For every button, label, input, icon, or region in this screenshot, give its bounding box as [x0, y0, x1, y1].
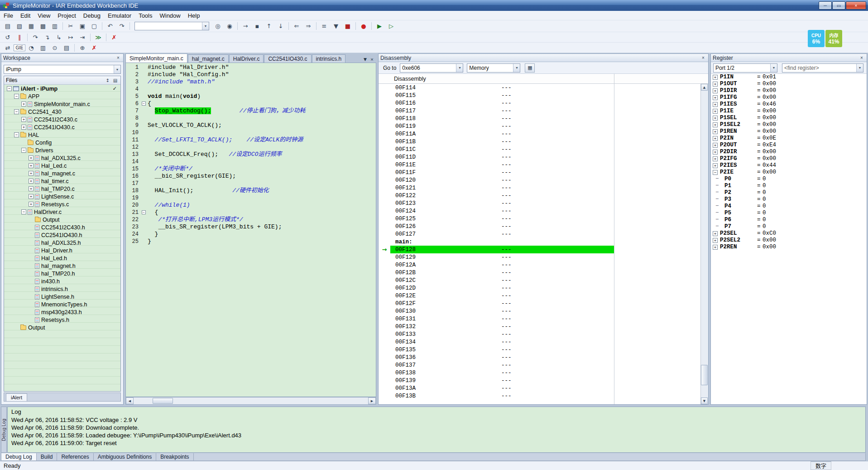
disassembly-row[interactable]: 00F13B--- [379, 392, 701, 400]
disassembly-row[interactable]: 00F127--- [379, 230, 701, 238]
close-icon[interactable]: × [700, 55, 706, 61]
register-row[interactable]: +P1SEL2=0x00 [711, 121, 867, 128]
disassembly-row[interactable]: 00F13A--- [379, 384, 701, 392]
maximize-button[interactable]: ▭ [832, 1, 845, 10]
files-columns-icon[interactable]: ▤ [112, 78, 119, 83]
register-row[interactable]: +P1SEL=0x00 [711, 115, 867, 121]
tree-item[interactable]: hal_ADXL325.h [4, 239, 120, 247]
tree-item[interactable]: Hal_Driver.h [4, 247, 120, 254]
tree-item[interactable]: CC2541I2C430.h [4, 223, 120, 231]
chevron-down-icon[interactable]: ▼ [202, 22, 209, 30]
expand-icon[interactable]: + [29, 155, 34, 160]
emulator-stop-button[interactable]: ✗ [89, 43, 100, 52]
register-row[interactable]: +P2IES=0x44 [711, 162, 867, 169]
menu-file[interactable]: File [0, 11, 17, 20]
register-row[interactable]: +P2OUT=0xE4 [711, 142, 867, 149]
disassembly-row[interactable]: 00F126--- [379, 223, 701, 230]
toggle-bookmark-button[interactable]: ▪ [252, 22, 263, 31]
code-editor[interactable]: 1#include "Hal_Driver.h"2#include "Hal_C… [125, 63, 376, 397]
tree-item[interactable]: +hal_TMP20.c [4, 185, 120, 193]
tree-item[interactable]: +CC2541I2C430.c [4, 116, 120, 123]
expand-icon[interactable]: + [713, 143, 718, 148]
cut-button[interactable]: ✂ [65, 22, 76, 31]
expand-icon[interactable]: + [713, 163, 718, 168]
copy-button[interactable]: ▣ [77, 22, 88, 31]
disassembly-row[interactable]: 00F116--- [379, 99, 701, 107]
tree-item[interactable]: −APP [4, 92, 120, 100]
disassembly-row[interactable]: 00F121--- [379, 184, 701, 192]
expand-icon[interactable]: + [29, 202, 34, 207]
step-into-button[interactable]: ↴ [42, 33, 53, 42]
redo-button[interactable]: ↷ [116, 22, 127, 31]
tree-item[interactable]: Output [4, 216, 120, 223]
tree-item[interactable]: −CC2541_430 [4, 108, 120, 116]
collapse-icon[interactable]: − [14, 109, 19, 114]
tree-item[interactable]: +Hal_Led.c [4, 162, 120, 170]
navigate-backward-button[interactable]: ⇐ [291, 22, 302, 31]
previous-bookmark-button[interactable]: ↑ [264, 22, 274, 31]
menu-debug[interactable]: Debug [80, 11, 104, 20]
tree-item[interactable]: CC2541IO430.h [4, 231, 120, 239]
expand-icon[interactable]: + [713, 75, 718, 80]
workspace-tab-ialert[interactable]: iAlert [6, 393, 27, 401]
scrollbar-thumb[interactable] [153, 398, 173, 404]
register-row[interactable]: −P7=0 [711, 223, 867, 230]
tree-item[interactable]: +hal_magnet.c [4, 170, 120, 177]
scroll-up-icon[interactable]: ▲ [701, 84, 708, 91]
expand-icon[interactable]: + [713, 129, 718, 134]
register-row[interactable]: −P0=0 [711, 176, 867, 183]
disassembly-row[interactable]: 00F133--- [379, 330, 701, 338]
tree-item[interactable]: +SimpleMonitor_main.c [4, 100, 120, 108]
editor-tab-simplemonitor_main.c[interactable]: SimpleMonitor_main.c [125, 53, 187, 63]
stop-debugging-button[interactable]: ✗ [109, 33, 120, 42]
collapse-icon[interactable]: − [7, 86, 12, 91]
disassembly-row[interactable]: 00F117--- [379, 107, 701, 115]
disassembly-row[interactable]: 00F11C--- [379, 145, 701, 153]
expand-icon[interactable]: + [21, 125, 26, 130]
undo-button[interactable]: ↶ [105, 22, 115, 31]
disassembly-row[interactable]: →00F128--- [379, 246, 701, 253]
menu-tools[interactable]: Tools [135, 11, 156, 20]
open-file-button[interactable]: ▧ [14, 22, 25, 31]
go-button[interactable]: ≫ [93, 33, 104, 42]
register-row[interactable]: −P3=0 [711, 196, 867, 203]
expand-icon[interactable]: + [713, 238, 718, 243]
close-document-icon[interactable]: × [369, 56, 375, 63]
register-row[interactable]: +P1IES=0x46 [711, 101, 867, 108]
tree-item[interactable]: Hal_Led.h [4, 254, 120, 262]
replace-button[interactable]: ◉ [224, 22, 235, 31]
tree-item[interactable]: LightSense.h [4, 293, 120, 300]
menu-view[interactable]: View [34, 11, 54, 20]
disassembly-row[interactable]: 00F12B--- [379, 269, 701, 276]
disassembly-row[interactable]: 00F11D--- [379, 153, 701, 161]
disassembly-row[interactable]: 00F119--- [379, 122, 701, 130]
register-row[interactable]: +P2IFG=0x00 [711, 155, 867, 162]
register-row[interactable]: +P1DIR=0x00 [711, 87, 867, 94]
tree-item[interactable]: in430.h [4, 277, 120, 285]
collapse-icon[interactable]: − [14, 94, 19, 99]
disassembly-row[interactable]: 00F132--- [379, 323, 701, 330]
disassembly-row[interactable]: 00F114--- [379, 84, 701, 92]
log-tab-build[interactable]: Build [37, 453, 58, 460]
register-row[interactable]: +P1IN=0x01 [711, 74, 867, 81]
scroll-left-icon[interactable]: ◀ [126, 397, 134, 404]
sequencer-control-button[interactable]: ⊙ [49, 43, 60, 52]
disassembly-row[interactable]: 00F12F--- [379, 300, 701, 307]
disassembly-row[interactable]: 00F137--- [379, 361, 701, 369]
disassembly-row[interactable]: 00F131--- [379, 315, 701, 323]
disassembly-row[interactable]: 00F120--- [379, 176, 701, 184]
log-tab-debug-log[interactable]: Debug Log [1, 453, 37, 460]
memory-window-button[interactable]: ▦ [525, 63, 535, 73]
device-control-button[interactable]: ⇄ [2, 43, 13, 52]
log-tab-ambiguous-definitions[interactable]: Ambiguous Definitions [94, 453, 156, 460]
expand-icon[interactable]: + [29, 179, 34, 184]
toggle-breakpoint-button[interactable]: ● [358, 22, 369, 31]
tree-item[interactable]: +CC2541IO430.c [4, 123, 120, 131]
menu-help[interactable]: Help [184, 11, 204, 20]
tree-item[interactable]: Output [4, 324, 120, 331]
tree-item[interactable]: hal_magnet.h [4, 262, 120, 270]
force-pc-button[interactable]: ⊕ [77, 43, 88, 52]
expand-icon[interactable]: + [713, 88, 718, 93]
tree-item[interactable]: +LightSense.c [4, 193, 120, 200]
register-row[interactable]: −P5=0 [711, 210, 867, 217]
